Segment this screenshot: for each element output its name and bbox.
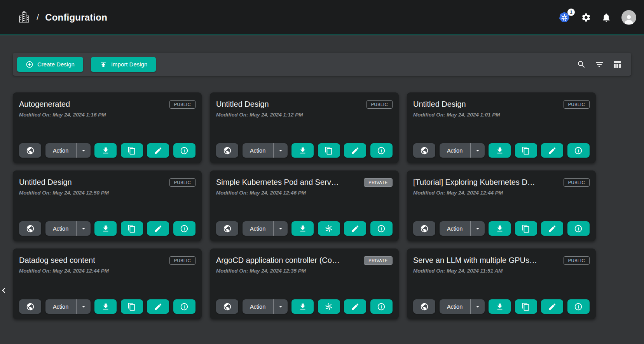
download-button[interactable]: [291, 143, 314, 158]
info-button[interactable]: [370, 221, 393, 236]
edit-button[interactable]: [541, 143, 563, 158]
edit-button[interactable]: [344, 221, 366, 236]
visibility-badge: PUBLIC: [169, 178, 195, 187]
download-button[interactable]: [94, 143, 117, 158]
copy-button[interactable]: [515, 221, 537, 236]
action-split-button[interactable]: Action: [440, 143, 485, 158]
visibility-globe-button[interactable]: [413, 143, 435, 158]
import-design-button[interactable]: Import Design: [91, 57, 156, 72]
design-spiral-button[interactable]: [318, 299, 340, 314]
info-button[interactable]: [370, 143, 393, 158]
add-circle-icon: [26, 61, 33, 68]
action-button-label[interactable]: Action: [440, 304, 470, 310]
edit-button[interactable]: [147, 299, 169, 314]
info-icon: [574, 224, 583, 233]
action-split-button[interactable]: Action: [45, 299, 91, 314]
edit-button[interactable]: [344, 299, 366, 314]
copy-button[interactable]: [121, 143, 143, 158]
action-dropdown-toggle[interactable]: [77, 148, 91, 154]
design-title: [Tutorial] Exploring Kubernetes D…: [413, 177, 535, 187]
download-button[interactable]: [94, 299, 117, 314]
edit-button[interactable]: [344, 143, 366, 158]
action-button-label[interactable]: Action: [45, 148, 76, 154]
table-view-icon[interactable]: [613, 60, 622, 69]
action-dropdown-toggle[interactable]: [274, 304, 288, 310]
edit-pencil-icon: [351, 302, 360, 311]
create-design-button[interactable]: Create Design: [17, 57, 83, 72]
info-button[interactable]: [370, 299, 393, 314]
design-spiral-icon: [325, 224, 333, 233]
download-button[interactable]: [489, 143, 511, 158]
info-button[interactable]: [567, 221, 590, 236]
app-header: / Configuration 1: [0, 0, 644, 35]
user-avatar[interactable]: [621, 10, 636, 25]
visibility-globe-button[interactable]: [413, 221, 435, 236]
action-dropdown-toggle[interactable]: [274, 226, 288, 232]
action-button-label[interactable]: Action: [440, 148, 470, 154]
edit-pencil-icon: [548, 146, 557, 155]
action-split-button[interactable]: Action: [45, 221, 91, 236]
action-button-label[interactable]: Action: [243, 304, 273, 310]
design-card: Autogenerated PUBLIC Modified On: May 24…: [13, 92, 202, 163]
action-button-label[interactable]: Action: [45, 304, 76, 310]
design-card-grid: Autogenerated PUBLIC Modified On: May 24…: [13, 92, 596, 319]
info-button[interactable]: [173, 143, 195, 158]
edit-button[interactable]: [541, 221, 563, 236]
action-split-button[interactable]: Action: [440, 299, 485, 314]
info-button[interactable]: [567, 143, 590, 158]
kubernetes-context-icon[interactable]: 1: [558, 12, 571, 23]
visibility-globe-button[interactable]: [413, 299, 435, 314]
info-button[interactable]: [173, 221, 195, 236]
action-split-button[interactable]: Action: [440, 221, 485, 236]
info-button[interactable]: [567, 299, 590, 314]
download-button[interactable]: [291, 299, 314, 314]
visibility-globe-button[interactable]: [19, 221, 41, 236]
visibility-globe-button[interactable]: [19, 299, 41, 314]
action-dropdown-toggle[interactable]: [471, 226, 485, 232]
design-spiral-button[interactable]: [318, 221, 340, 236]
action-button-label[interactable]: Action: [243, 148, 273, 154]
action-button-label[interactable]: Action: [45, 226, 76, 232]
edit-button[interactable]: [147, 221, 169, 236]
create-design-label: Create Design: [37, 61, 75, 68]
visibility-globe-button[interactable]: [216, 221, 238, 236]
copy-button[interactable]: [515, 299, 537, 314]
action-button-label[interactable]: Action: [440, 226, 470, 232]
copy-button[interactable]: [121, 221, 143, 236]
copy-icon: [127, 146, 136, 155]
visibility-badge: PRIVATE: [364, 256, 393, 265]
visibility-globe-button[interactable]: [19, 143, 41, 158]
action-dropdown-toggle[interactable]: [77, 226, 91, 232]
modified-date: Modified On: May 24, 2024 1:16 PM: [19, 112, 195, 118]
action-split-button[interactable]: Action: [45, 143, 91, 158]
action-split-button[interactable]: Action: [243, 143, 288, 158]
copy-button[interactable]: [318, 143, 340, 158]
design-card: ArgoCD application controller (Co… PRIVA…: [210, 248, 399, 319]
edit-button[interactable]: [541, 299, 563, 314]
action-split-button[interactable]: Action: [243, 221, 288, 236]
action-dropdown-toggle[interactable]: [274, 148, 288, 154]
download-button[interactable]: [489, 299, 511, 314]
edit-button[interactable]: [147, 143, 169, 158]
notification-bell-icon[interactable]: [601, 12, 611, 23]
visibility-globe-button[interactable]: [216, 143, 238, 158]
download-button[interactable]: [489, 221, 511, 236]
action-dropdown-toggle[interactable]: [471, 304, 485, 310]
copy-button[interactable]: [121, 299, 143, 314]
organization-building-icon[interactable]: [18, 11, 30, 24]
collapse-drawer-chevron[interactable]: [0, 285, 9, 296]
filter-icon[interactable]: [595, 60, 604, 69]
copy-button[interactable]: [515, 143, 537, 158]
action-dropdown-toggle[interactable]: [77, 304, 91, 310]
settings-gear-icon[interactable]: [581, 12, 591, 23]
search-icon[interactable]: [577, 60, 586, 69]
action-dropdown-toggle[interactable]: [471, 148, 485, 154]
globe-icon: [223, 146, 232, 155]
download-button[interactable]: [94, 221, 117, 236]
info-button[interactable]: [173, 299, 195, 314]
design-title: Untitled Design: [413, 99, 466, 109]
action-button-label[interactable]: Action: [243, 226, 273, 232]
action-split-button[interactable]: Action: [243, 299, 288, 314]
download-button[interactable]: [291, 221, 314, 236]
visibility-globe-button[interactable]: [216, 299, 238, 314]
